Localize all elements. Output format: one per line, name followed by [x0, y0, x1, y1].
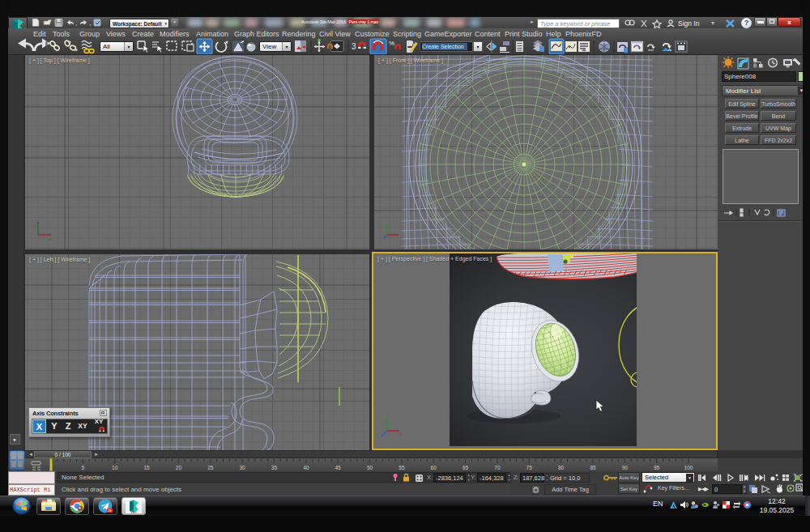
svg-text:45: 45: [335, 465, 341, 470]
svg-text:35: 35: [271, 465, 278, 470]
svg-text:25: 25: [207, 465, 214, 470]
svg-text:28: 28: [108, 509, 112, 513]
svg-text:15: 15: [143, 465, 150, 470]
svg-text:55: 55: [399, 465, 405, 470]
svg-text:5: 5: [81, 465, 84, 470]
svg-text:%: %: [389, 40, 394, 47]
svg-text:85: 85: [590, 465, 596, 470]
svg-text:90: 90: [622, 465, 629, 470]
svg-text:75: 75: [526, 465, 533, 470]
svg-text:20: 20: [176, 465, 182, 470]
svg-text:y: y: [34, 223, 36, 228]
svg-text:95: 95: [654, 465, 660, 470]
svg-text:100: 100: [684, 465, 693, 470]
svg-text:40: 40: [303, 465, 309, 470]
svg-text:65: 65: [463, 465, 469, 470]
svg-text:30: 30: [239, 465, 245, 470]
svg-text:MAX: MAX: [130, 510, 137, 513]
svg-text:3: 3: [352, 42, 356, 51]
svg-text:Sign In: Sign In: [678, 19, 700, 28]
svg-text:10: 10: [112, 465, 118, 470]
svg-text:50: 50: [367, 465, 373, 470]
svg-text:70: 70: [494, 465, 501, 470]
svg-text:x: x: [399, 431, 403, 436]
svg-text:80: 80: [558, 465, 565, 470]
svg-text:z: z: [384, 413, 387, 419]
svg-text:x: x: [49, 236, 52, 241]
svg-text:60: 60: [431, 465, 437, 470]
svg-text:▾: ▾: [711, 19, 714, 27]
